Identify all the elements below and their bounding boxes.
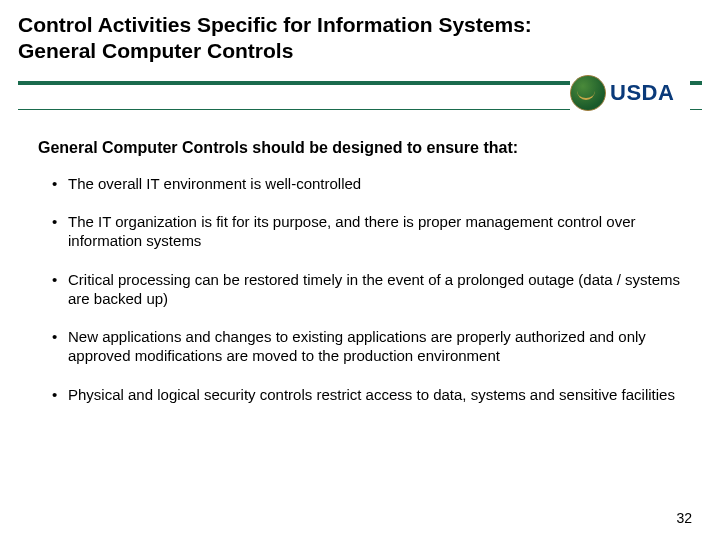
list-item: The IT organization is fit for its purpo… xyxy=(52,213,682,251)
bullet-text: New applications and changes to existing… xyxy=(68,328,646,364)
list-item: Physical and logical security controls r… xyxy=(52,386,682,405)
bullet-text: The overall IT environment is well-contr… xyxy=(68,175,361,192)
title-line-2: General Computer Controls xyxy=(18,39,293,62)
list-item: Critical processing can be restored time… xyxy=(52,271,682,309)
slide-title: Control Activities Specific for Informat… xyxy=(18,12,702,65)
bullet-list: The overall IT environment is well-contr… xyxy=(38,175,682,405)
usda-logo: USDA xyxy=(570,71,690,115)
slide-body: General Computer Controls should be desi… xyxy=(0,121,720,405)
bullet-text: Physical and logical security controls r… xyxy=(68,386,675,403)
bullet-text: The IT organization is fit for its purpo… xyxy=(68,213,636,249)
list-item: New applications and changes to existing… xyxy=(52,328,682,366)
header-divider: USDA xyxy=(0,75,720,121)
slide-header: Control Activities Specific for Informat… xyxy=(0,0,720,65)
bullet-text: Critical processing can be restored time… xyxy=(68,271,680,307)
usda-seal-icon xyxy=(570,75,606,111)
lead-text: General Computer Controls should be desi… xyxy=(38,139,682,157)
title-line-1: Control Activities Specific for Informat… xyxy=(18,13,532,36)
list-item: The overall IT environment is well-contr… xyxy=(52,175,682,194)
page-number: 32 xyxy=(676,510,692,526)
usda-logo-text: USDA xyxy=(610,80,674,106)
